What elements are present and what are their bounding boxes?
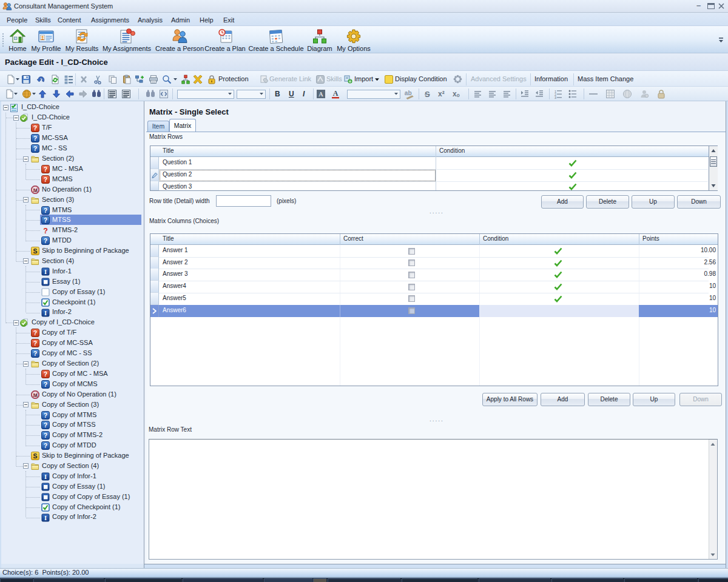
svg-text:?: ? (43, 227, 48, 235)
svg-text:?: ? (44, 207, 47, 214)
svg-text:S: S (33, 247, 37, 255)
svg-text:?: ? (33, 145, 37, 152)
svg-text:I: I (44, 515, 47, 521)
svg-text:S: S (33, 452, 37, 460)
svg-text:?: ? (33, 124, 37, 132)
svg-text:I: I (44, 269, 47, 275)
svg-text:?: ? (44, 412, 47, 419)
svg-text:?: ? (44, 432, 47, 439)
svg-text:A: A (318, 90, 323, 98)
svg-text:?: ? (44, 166, 47, 173)
svg-text:?: ? (44, 381, 47, 388)
svg-text:?: ? (44, 421, 47, 429)
svg-text:?: ? (44, 442, 47, 449)
svg-text:3: 3 (554, 96, 556, 99)
svg-text:?: ? (33, 340, 37, 347)
svg-text:I: I (44, 310, 47, 316)
svg-text:?: ? (44, 176, 47, 183)
svg-text:A: A (333, 89, 339, 98)
svg-text:?: ? (44, 237, 47, 244)
svg-text:I: I (44, 473, 47, 480)
svg-text:?: ? (44, 216, 47, 224)
svg-text:?: ? (33, 135, 37, 142)
svg-text:?: ? (33, 329, 37, 336)
svg-text:ab: ab (405, 90, 412, 96)
svg-text:?: ? (44, 370, 47, 378)
svg-text:?: ? (33, 350, 37, 357)
